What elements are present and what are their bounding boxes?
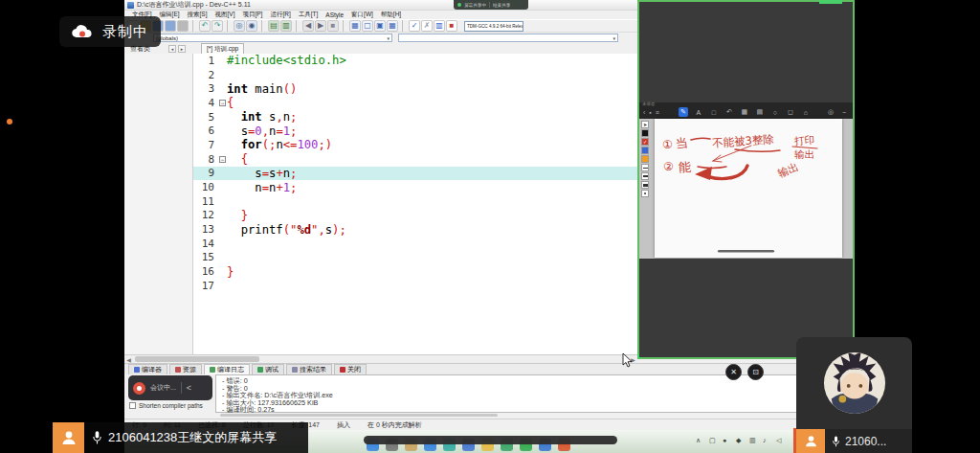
color-red-swatch[interactable]: ✓ [641,138,649,146]
color-black-swatch[interactable] [641,129,649,137]
line-number: 14 [193,238,218,250]
stroke-width-2[interactable] [641,172,649,180]
goto-line-icon[interactable]: ■ [327,20,339,32]
shorten-paths-option[interactable]: Shorten compiler paths [129,402,203,409]
board-tool-icon[interactable]: ▤ [755,107,765,117]
window-cascade-icon[interactable]: ▦ [387,20,398,32]
tray-icon[interactable]: ◆ [736,437,741,444]
fold-collapse-icon[interactable]: − [219,100,226,106]
project-remove-icon[interactable]: ▥ [280,20,292,32]
scroll-left-icon[interactable]: ◀ [124,356,133,363]
stroke-width-1[interactable] [641,164,649,171]
stroke-dot[interactable] [641,190,649,197]
menu-item[interactable]: 项目[P] [238,11,266,19]
menu-item[interactable]: 搜索[S] [184,11,212,19]
meeting-dock-collapsed[interactable] [364,436,617,444]
undo-icon[interactable]: ↶ [724,107,734,117]
compile-icon[interactable]: ✓ [409,20,420,32]
project-add-icon[interactable]: ▤ [268,20,279,32]
menu-item[interactable]: 运行[R] [266,11,294,19]
settings-icon[interactable]: ◎ [826,107,835,117]
color-orange-swatch[interactable] [641,155,649,163]
home-tool-icon[interactable]: ⌂ [801,107,811,117]
panel-tab-关闭[interactable]: 关闭 [334,364,367,374]
file-tab[interactable]: [*] 培训.cpp [201,43,244,54]
menu-icon[interactable]: ≡ [656,109,659,116]
fullscreen-annotation-button[interactable]: ⊡ [747,364,764,380]
token: , [318,223,324,237]
toolbar-separator [343,20,346,32]
panel-tab-资源[interactable]: 资源 [169,364,202,374]
editor-horizontal-scrollbar[interactable]: ◀ ▶ [124,354,637,363]
members-select[interactable]: ▾ [398,34,618,42]
forward-icon[interactable]: ▶ [315,20,326,32]
share-control-pill[interactable]: 屏幕共享中 结束共享 [454,0,528,10]
find-icon[interactable]: ◎ [234,20,245,32]
grid-tool-icon[interactable]: ▦ [740,107,749,117]
menu-item[interactable]: 帮助[H] [377,11,405,19]
project-panel[interactable] [124,54,193,354]
stroke-width-3[interactable] [641,181,649,189]
laser-tool-icon[interactable]: ○ [770,107,780,117]
log-scrollbar-thumb[interactable] [220,414,498,417]
close-annotation-button[interactable]: ✕ [725,364,742,380]
globals-select[interactable]: (globals) ▾ [153,34,392,42]
tray-icon[interactable]: ∧ [696,437,701,444]
panel-tab-调试[interactable]: 调试 [252,364,284,374]
back-icon[interactable]: ◀ [302,20,314,32]
recording-badge[interactable]: 录制中 [59,16,161,47]
panel-next-button[interactable]: ▸ [178,45,186,53]
tray-icon[interactable]: ● [723,437,726,443]
share-border-handle[interactable] [819,0,842,4]
panel-tab-搜索结果[interactable]: 搜索结果 [286,364,332,374]
panel-tab-编译日志[interactable]: 编译日志 [204,364,250,374]
tray-icon[interactable]: ▢ [709,437,716,444]
line-number: 4 [193,97,218,109]
window-grid-icon[interactable]: ▦ [349,20,361,32]
window-single-icon[interactable]: ▢ [362,20,373,32]
menu-item[interactable]: 窗口[W] [347,11,377,19]
annotation-ink: ① 当 不能被3整除 打印 输出 ② 能 输出 [655,119,842,258]
redo-icon[interactable]: ↷ [212,20,223,32]
replace-icon[interactable]: ◉ [246,20,257,32]
canvas-scrollbar-thumb[interactable] [718,250,774,253]
undo-icon[interactable]: ↶ [199,20,211,32]
tray-icon[interactable]: ▥ [749,437,756,444]
clean-icon[interactable]: ✗ [421,20,433,32]
save-all-icon[interactable] [165,20,176,32]
window-split-icon[interactable]: ▣ [374,20,386,32]
tray-icon[interactable]: ♪ [763,437,767,443]
collapse-icon[interactable]: < [187,383,191,393]
fold-column: − [218,100,227,106]
scrollbar-thumb[interactable] [135,356,259,362]
screen: D:\c语言作业\培训.cpp - Dev-C++ 5.11 文件[F]编辑[E… [0,0,980,453]
shape-tool-icon[interactable]: □ [709,107,719,117]
print-icon[interactable] [177,20,189,32]
tab-label: 搜索结果 [300,365,326,374]
compile-log-panel: - 错误: 0- 警告: 0- 输出文件名: D:\c语言作业\培训.exe- … [124,374,803,419]
profile-icon[interactable]: ▥ [434,20,445,32]
checkbox[interactable] [129,402,136,409]
color-blue-swatch[interactable] [641,147,649,154]
minimize-icon[interactable]: − [839,107,849,117]
back-icon[interactable]: ‹ [643,109,645,116]
menu-item[interactable]: 工具[T] [295,11,323,19]
select-tool-icon[interactable]: ◻ [786,107,795,117]
package-icon[interactable]: ■ [446,20,457,32]
participant-video-card[interactable]: 21060... [796,337,912,453]
stroke-preview [643,184,648,187]
tray-icon[interactable]: ◁ [776,437,781,444]
panel-prev-button[interactable]: ◂ [168,45,176,53]
pen-tool-icon[interactable]: ✎ [679,107,688,117]
cursor-swatch[interactable]: ➤ [641,121,649,128]
stop-icon[interactable]: ▪ [649,109,651,116]
stop-share-button[interactable]: 结束共享 [493,3,510,8]
meeting-float-pill[interactable]: 会议中... < [128,375,212,400]
panel-tab-编译器[interactable]: 编译器 [128,364,167,374]
whiteboard-canvas[interactable]: ① 当 不能被3整除 打印 输出 ② 能 输出 [655,119,842,258]
menu-item[interactable]: 视图[V] [212,11,239,19]
fold-collapse-icon[interactable]: − [219,156,226,163]
compiler-select[interactable]: TDM-GCC 4.9.2 64-bit Release▾ [464,21,523,32]
menu-item[interactable]: AStyle [322,11,347,18]
text-tool-icon[interactable]: A [694,107,703,117]
